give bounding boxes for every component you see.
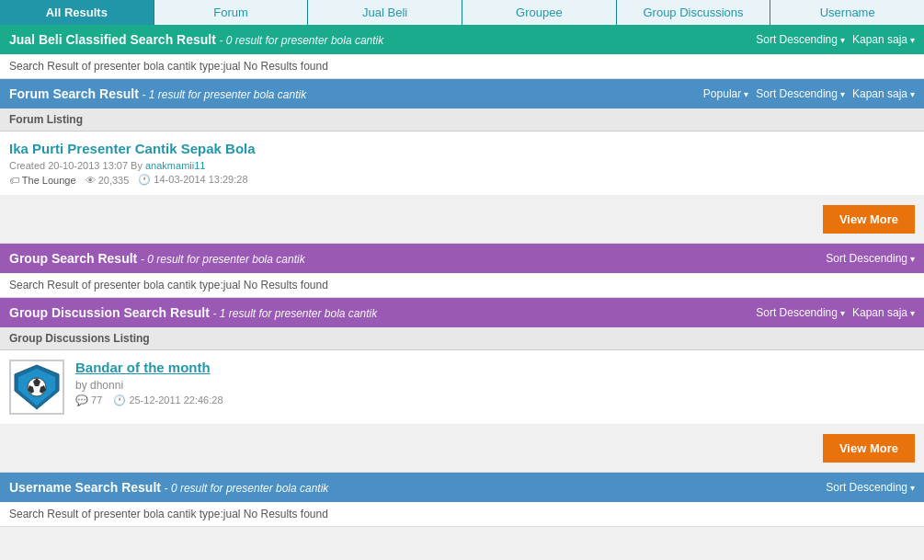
group-discussion-controls: Sort Descending Kapan saja [756,306,915,319]
jual-beli-sort-btn[interactable]: Sort Descending [756,33,845,46]
forum-view-more-container: View More [0,196,924,244]
forum-view-more-button[interactable]: View More [823,205,915,234]
group-no-results: Search Result of presenter bola cantik t… [0,273,924,298]
forum-views: 20,335 [98,175,130,186]
group-discussion-content: Bandar of the month by dhonni 💬 77 🕐 25-… [75,360,915,406]
group-discussion-section-header: Group Discussion Search Result - 1 resul… [0,298,924,327]
jual-beli-kapan-btn[interactable]: Kapan saja [852,33,915,46]
group-discussion-topic-title[interactable]: Bandar of the month [75,360,915,375]
tab-groupee[interactable]: Groupee [462,0,617,25]
forum-topic-title[interactable]: Ika Purti Presenter Cantik Sepak Bola [9,141,915,156]
username-sort-btn[interactable]: Sort Descending [826,481,915,494]
group-discussion-title: Group Discussion Search Result - 1 resul… [9,305,377,320]
jual-beli-section-header: Jual Beli Classified Search Result - 0 r… [0,25,924,54]
tab-group-discussions[interactable]: Group Discussions [617,0,771,25]
group-sort-btn[interactable]: Sort Descending [826,252,915,265]
tab-username[interactable]: Username [770,0,924,25]
jual-beli-no-results: Search Result of presenter bola cantik t… [0,54,924,79]
forum-controls: Popular Sort Descending Kapan saja [703,87,915,100]
group-section-header: Group Search Result - 0 result for prese… [0,244,924,273]
forum-item: Ika Purti Presenter Cantik Sepak Bola Cr… [0,131,924,196]
username-title: Username Search Result - 0 result for pr… [9,480,328,495]
main-tabs: All Results Forum Jual Beli Groupee Grou… [0,0,924,25]
group-discussion-comments: 77 [91,394,102,406]
username-no-results: Search Result of presenter bola cantik t… [0,502,924,527]
tab-all-results[interactable]: All Results [0,0,154,25]
forum-listing-header: Forum Listing [0,109,924,131]
jual-beli-controls: Sort Descending Kapan saja [756,33,915,46]
forum-popular-btn[interactable]: Popular [703,87,748,100]
group-discussion-kapan-btn[interactable]: Kapan saja [852,306,915,319]
username-section-header: Username Search Result - 0 result for pr… [0,473,924,502]
forum-item-tags: 🏷 The Lounge 👁 20,335 🕐 14-03-2014 13:29… [9,174,915,186]
forum-section-header: Forum Search Result - 1 result for prese… [0,79,924,109]
forum-date: 14-03-2014 13:29:28 [154,174,247,185]
group-discussion-listing-header: Group Discussions Listing [0,327,924,350]
group-discussion-by: by dhonni [75,379,915,392]
group-controls: Sort Descending [826,252,915,265]
group-discussion-date: 25-12-2011 22:46:28 [129,394,222,406]
forum-kapan-btn[interactable]: Kapan saja [852,87,915,100]
jual-beli-title: Jual Beli Classified Search Result - 0 r… [9,32,383,47]
forum-item-meta: Created 20-10-2013 13:07 By anakmamii11 [9,160,915,171]
group-discussion-stats: 💬 77 🕐 25-12-2011 22:46:28 [75,394,915,406]
tab-forum[interactable]: Forum [154,0,309,25]
tab-jual-beli[interactable]: Jual Beli [308,0,462,25]
group-discussion-view-more-button[interactable]: View More [823,434,915,463]
group-avatar [9,360,64,415]
forum-author-link[interactable]: anakmamii11 [145,160,205,171]
username-controls: Sort Descending [826,481,915,494]
group-discussion-item: Bandar of the month by dhonni 💬 77 🕐 25-… [0,350,924,425]
group-title: Group Search Result - 0 result for prese… [9,251,305,266]
forum-tag: The Lounge [22,175,76,186]
group-discussion-view-more-container: View More [0,425,924,473]
forum-title: Forum Search Result - 1 result for prese… [9,86,306,101]
group-discussion-sort-btn[interactable]: Sort Descending [756,306,845,319]
forum-sort-btn[interactable]: Sort Descending [756,87,845,100]
